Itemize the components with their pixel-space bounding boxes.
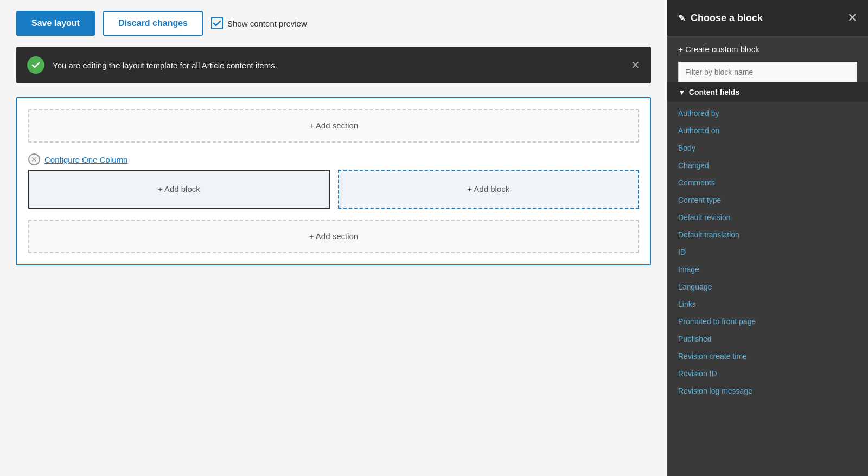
bottom-add-section-link[interactable]: + Add section — [309, 231, 358, 241]
field-list-item[interactable]: Default revision — [678, 209, 857, 226]
column-section: ✕ Configure One Column + Add block + Add… — [28, 153, 639, 209]
field-list-item[interactable]: Changed — [678, 157, 857, 174]
section-header: ✕ Configure One Column — [28, 153, 639, 165]
field-list-item[interactable]: Content type — [678, 191, 857, 209]
field-list-item[interactable]: Published — [678, 330, 857, 348]
field-list-item[interactable]: Revision create time — [678, 348, 857, 365]
bottom-add-section[interactable]: + Add section — [28, 220, 639, 253]
field-list-item[interactable]: Default translation — [678, 226, 857, 243]
create-custom-block-label[interactable]: + Create custom block — [678, 44, 760, 54]
sidebar-title: ✎ Choose a block — [678, 12, 763, 24]
field-list-item[interactable]: Language — [678, 278, 857, 295]
sidebar-title-text: Choose a block — [691, 12, 763, 24]
field-list-item[interactable]: Body — [678, 139, 857, 157]
column-block-left[interactable]: + Add block — [28, 170, 330, 209]
columns-row: + Add block + Add block — [28, 170, 639, 209]
create-custom-block-link[interactable]: + Create custom block — [678, 44, 857, 54]
field-list-item[interactable]: Comments — [678, 174, 857, 191]
add-block-link-left[interactable]: + Add block — [158, 184, 200, 194]
notification-banner: You are editing the layout template for … — [16, 47, 651, 83]
configure-link[interactable]: Configure One Column — [44, 155, 127, 164]
notification-icon — [27, 56, 44, 74]
preview-label: Show content preview — [227, 19, 307, 28]
pencil-icon: ✎ — [678, 13, 685, 23]
top-add-section-link[interactable]: + Add section — [309, 121, 358, 130]
notification-text: You are editing the layout template for … — [53, 61, 623, 70]
content-fields-label[interactable]: ▼ Content fields — [667, 82, 868, 102]
top-add-section[interactable]: + Add section — [28, 109, 639, 143]
sidebar-header: ✎ Choose a block ✕ — [667, 0, 868, 36]
content-fields-section: ▼ Content fields Authored byAuthored onB… — [678, 82, 857, 400]
content-fields-triangle: ▼ — [678, 88, 686, 97]
field-list-item[interactable]: Authored on — [678, 122, 857, 139]
layout-editor: + Add section ✕ Configure One Column + A… — [16, 97, 651, 265]
field-list: Authored byAuthored onBodyChangedComment… — [678, 105, 857, 400]
sidebar-close-button[interactable]: ✕ — [847, 12, 857, 24]
field-list-item[interactable]: Image — [678, 261, 857, 278]
field-list-item[interactable]: Revision ID — [678, 365, 857, 382]
preview-checkbox[interactable] — [211, 17, 223, 29]
notification-close-button[interactable]: ✕ — [631, 60, 640, 70]
content-fields-title: Content fields — [689, 88, 739, 97]
field-list-item[interactable]: ID — [678, 243, 857, 261]
sidebar-body: + Create custom block ▼ Content fields A… — [667, 36, 868, 476]
field-list-item[interactable]: Revision log message — [678, 382, 857, 400]
toolbar: Save layout Discard changes Show content… — [16, 11, 651, 36]
field-list-item[interactable]: Authored by — [678, 105, 857, 122]
remove-section-button[interactable]: ✕ — [28, 153, 40, 165]
filter-input[interactable] — [678, 62, 857, 82]
add-block-link-right[interactable]: + Add block — [467, 184, 509, 194]
preview-toggle: Show content preview — [211, 17, 307, 29]
discard-changes-button[interactable]: Discard changes — [103, 11, 203, 36]
save-layout-button[interactable]: Save layout — [16, 11, 95, 36]
field-list-item[interactable]: Promoted to front page — [678, 313, 857, 330]
sidebar: ✎ Choose a block ✕ + Create custom block… — [667, 0, 868, 476]
column-block-right[interactable]: + Add block — [338, 170, 640, 209]
main-content: Save layout Discard changes Show content… — [0, 0, 667, 476]
field-list-item[interactable]: Links — [678, 295, 857, 313]
